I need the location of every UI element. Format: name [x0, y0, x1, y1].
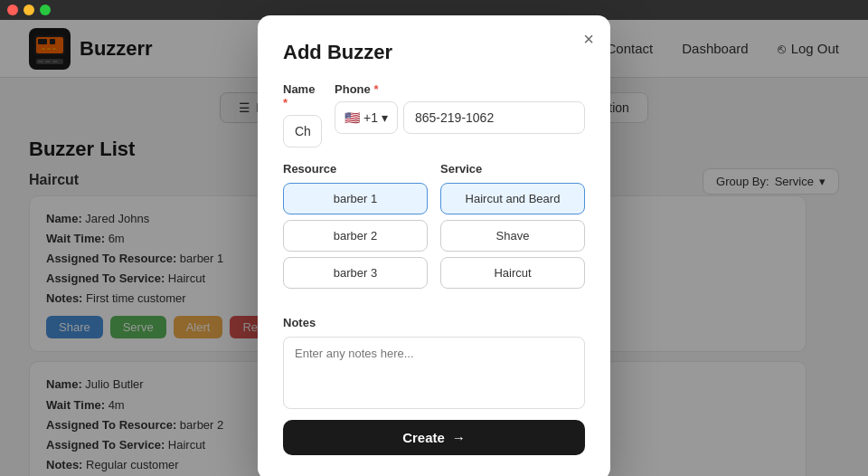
resource-label: Resource: [283, 162, 428, 176]
phone-prefix-selector[interactable]: 🇺🇸 +1 ▾: [335, 101, 398, 134]
create-button[interactable]: Create →: [283, 420, 585, 455]
phone-number-input[interactable]: [403, 101, 585, 134]
maximize-window-button[interactable]: [40, 5, 51, 15]
service-item[interactable]: Shave: [440, 220, 585, 252]
notes-textarea[interactable]: [283, 337, 585, 409]
notes-group: Notes: [283, 316, 585, 413]
service-list: Haircut and Beard Shave Haircut: [440, 183, 585, 289]
resource-list: barber 1 barber 2 barber 3: [283, 183, 428, 289]
resource-group: Resource barber 1 barber 2 barber 3: [283, 162, 428, 301]
add-buzzer-modal: × Add Buzzer Name * Phone * 🇺🇸: [258, 15, 610, 476]
name-group: Name *: [283, 82, 322, 148]
name-label: Name *: [283, 82, 322, 109]
resource-service-row: Resource barber 1 barber 2 barber 3 Serv…: [283, 162, 585, 301]
name-phone-row: Name * Phone * 🇺🇸 +1 ▾: [283, 82, 585, 148]
flag-icon: 🇺🇸: [344, 110, 360, 125]
phone-label: Phone *: [335, 82, 585, 96]
arrow-right-icon: →: [452, 430, 466, 445]
service-label: Service: [440, 162, 585, 176]
phone-code: +1: [363, 110, 378, 125]
service-group: Service Haircut and Beard Shave Haircut: [440, 162, 585, 301]
modal-overlay: × Add Buzzer Name * Phone * 🇺🇸: [0, 20, 868, 476]
dropdown-arrow-icon: ▾: [382, 110, 388, 125]
service-item[interactable]: Haircut: [440, 257, 585, 289]
phone-input-group: 🇺🇸 +1 ▾: [335, 101, 585, 134]
resource-item[interactable]: barber 2: [283, 220, 428, 252]
create-label: Create: [402, 430, 445, 445]
close-window-button[interactable]: [7, 5, 18, 15]
notes-label: Notes: [283, 316, 585, 329]
modal-close-button[interactable]: ×: [583, 30, 594, 48]
modal-title: Add Buzzer: [283, 41, 585, 64]
service-item[interactable]: Haircut and Beard: [440, 183, 585, 214]
minimize-window-button[interactable]: [24, 5, 34, 15]
resource-item[interactable]: barber 1: [283, 183, 428, 214]
phone-group: Phone * 🇺🇸 +1 ▾: [335, 82, 585, 148]
resource-item[interactable]: barber 3: [283, 257, 428, 289]
name-input[interactable]: [283, 115, 322, 148]
